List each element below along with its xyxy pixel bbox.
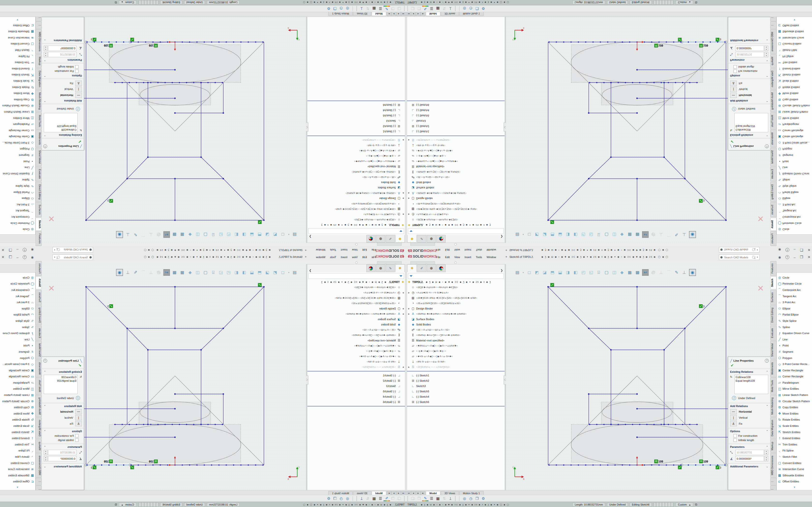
sketch-point[interactable] bbox=[108, 464, 109, 465]
exit-sketch-icon[interactable]: ↩ bbox=[642, 269, 649, 276]
command-tab-mesh-modeling[interactable]: Mesh Modeling bbox=[770, 395, 776, 417]
view-document-icon[interactable]: ▤ bbox=[514, 270, 520, 276]
menu-item-sketch-fillet[interactable]: ◝Sketch Fillet bbox=[777, 47, 812, 53]
sketch-point[interactable] bbox=[570, 41, 571, 43]
sketch-point[interactable] bbox=[86, 464, 88, 465]
confirmation-corner-close-icon[interactable]: ✕ bbox=[757, 214, 764, 224]
minimize-button[interactable]: – bbox=[794, 248, 796, 252]
sketch-point[interactable] bbox=[129, 82, 130, 83]
sketch-point[interactable] bbox=[673, 41, 674, 43]
checkbox[interactable] bbox=[733, 65, 737, 68]
view-cube-wire-5-icon[interactable]: ⬓ bbox=[557, 270, 563, 276]
dropdown-arrow-icon[interactable]: ▾ bbox=[522, 270, 524, 276]
sketch-point[interactable] bbox=[622, 41, 623, 43]
sketch-point[interactable] bbox=[644, 41, 645, 43]
tree-item-sensors[interactable]: ▤○25✚ƷЄ25○ИN◎◦✚ƆCƷЄ∪Ʒ25○◦○25Ʒ∪ƷЄƆC✚◦◎NИ○ bbox=[407, 295, 505, 300]
sketch-point[interactable] bbox=[143, 424, 144, 425]
sketch-point[interactable] bbox=[174, 178, 176, 179]
spin-down-icon[interactable]: ▼ bbox=[765, 452, 768, 455]
menu-item-silhouette-entities[interactable]: ▩Silhouette Entities bbox=[0, 29, 35, 35]
tab-configuration-manager[interactable]: ⊕ bbox=[376, 264, 385, 272]
view-cube-wire-5-icon[interactable]: ⬓ bbox=[249, 231, 255, 237]
menu-item-linear-sketch-pattern[interactable]: ⊞Linear Sketch Pattern bbox=[0, 109, 35, 115]
menu-item-move-entities[interactable]: ✥Move Entities bbox=[0, 90, 35, 97]
menu-view[interactable]: View bbox=[351, 255, 359, 259]
menu-item-rotate-entities[interactable]: ↻Rotate Entities bbox=[0, 417, 35, 423]
arrows-ghost-icon[interactable]: ⇅ bbox=[365, 496, 371, 501]
exit-sketch-icon[interactable]: ↩ bbox=[642, 231, 649, 238]
search-input[interactable] bbox=[60, 248, 89, 251]
menu-item-polygon[interactable]: ⬡Polygon bbox=[0, 355, 35, 361]
tree-item-design-binder[interactable]: ▶▢Design Binder bbox=[407, 306, 505, 311]
sketch-point[interactable] bbox=[725, 219, 727, 221]
menu-item-three-point-arc[interactable]: ⌓3 Point Arc bbox=[0, 299, 35, 305]
menu-item-parallelogram[interactable]: ▱Parallelogram bbox=[0, 380, 35, 386]
tab-configuration-manager[interactable]: ⊕ bbox=[427, 264, 436, 272]
tree-item-link[interactable]: ☍○25·∩⁂⚶ΑШ○◦○ШΑ⚶⁂∩·52○ bbox=[407, 327, 505, 332]
sketch-point[interactable] bbox=[150, 424, 151, 425]
tree-item-surface-bodies[interactable]: ◪Surface Bodies bbox=[307, 317, 405, 322]
tab-model[interactable]: Model bbox=[372, 12, 386, 16]
sketch-point[interactable] bbox=[724, 41, 725, 43]
tab-nav-button[interactable]: ▶ bbox=[392, 12, 396, 16]
sketch-point[interactable] bbox=[193, 424, 194, 425]
panel-expand-chevron-icon[interactable]: ❯ bbox=[501, 235, 503, 238]
sketch-line[interactable] bbox=[86, 287, 127, 328]
pen-tool-icon[interactable]: ✎ bbox=[673, 231, 679, 237]
triad-y-label[interactable]: Y bbox=[512, 38, 514, 41]
tree-item-plane[interactable]: ▱○✚ИN◎⚶+○⁂◉[○◦○]◉⁂○+⚶◎NИ✚○ bbox=[307, 159, 405, 164]
sketch-point[interactable] bbox=[663, 349, 665, 350]
selection-rectangle[interactable] bbox=[139, 402, 211, 425]
command-tab--[interactable]: ⋮ bbox=[36, 478, 42, 486]
measure-ruler-icon[interactable]: ⟘ bbox=[447, 496, 454, 501]
tree-item-plane[interactable]: ▱○✚ИN◎⚶+○⁂◉[○◦○]◉⁂○+⚶◎NИ✚○ bbox=[407, 159, 505, 164]
collapse-caret-icon[interactable]: ⌃ bbox=[766, 370, 768, 374]
command-tab-data-migration[interactable]: Data Migration bbox=[770, 68, 776, 90]
drag-handle[interactable] bbox=[407, 6, 408, 11]
tree-item-material[interactable]: ☰Material <not specified> bbox=[307, 338, 405, 343]
command-tab-mold-tools[interactable]: Mold Tools bbox=[770, 378, 776, 394]
menu-item-partial-ellipse[interactable]: ◠Partial Ellipse bbox=[777, 189, 812, 195]
sketch-point[interactable] bbox=[136, 424, 137, 425]
sketch-point[interactable] bbox=[114, 82, 115, 83]
equal-relation-icon[interactable] bbox=[154, 460, 158, 463]
menu-item-spline[interactable]: ∿Spline bbox=[777, 324, 812, 330]
sketch-point[interactable] bbox=[636, 219, 638, 221]
sketch-line[interactable] bbox=[548, 179, 589, 220]
command-tab-markup[interactable]: Markup bbox=[770, 439, 776, 453]
sketch-point[interactable] bbox=[668, 82, 669, 83]
menu-item-line[interactable]: ╱Line bbox=[777, 336, 812, 343]
view-cube-shaded-2-icon[interactable]: ◰ bbox=[580, 231, 586, 237]
spinner[interactable]: ▲▼ bbox=[764, 52, 768, 57]
sketch-point[interactable] bbox=[548, 41, 550, 43]
status-unit-system[interactable]: Custom▴ bbox=[119, 0, 137, 4]
settings-gear-icon[interactable]: ⚙ bbox=[325, 496, 332, 501]
equal-relation-icon[interactable] bbox=[654, 44, 658, 47]
menu-item-circular-sketch-pattern[interactable]: ⊛Circular Sketch Pattern bbox=[777, 398, 812, 404]
command-tab-evaluate[interactable]: Evaluate bbox=[770, 326, 776, 340]
add-relation-horizontal[interactable]: —Horizontal bbox=[730, 93, 768, 98]
menu-item-offset-entities[interactable]: ⊏Offset Entities bbox=[777, 22, 812, 29]
triad-y-label[interactable]: Y bbox=[512, 466, 514, 469]
section-view-icon[interactable]: ◫ bbox=[195, 231, 201, 237]
tab-appearance-manager[interactable] bbox=[366, 235, 375, 243]
sketch-visibility-icon[interactable]: ◉ bbox=[116, 231, 123, 238]
tree-item-material[interactable]: ☰Material <not specified> bbox=[407, 338, 505, 343]
shaded-view-icon[interactable]: ◆ bbox=[187, 231, 193, 237]
spinner[interactable]: ▲▼ bbox=[44, 456, 48, 461]
sketch-point[interactable] bbox=[174, 437, 176, 438]
sketch-point[interactable] bbox=[85, 286, 87, 288]
sketch-point[interactable] bbox=[658, 41, 660, 43]
sketch-point[interactable] bbox=[116, 41, 117, 43]
sketch-line[interactable] bbox=[223, 287, 264, 328]
sketch-point[interactable] bbox=[578, 464, 579, 465]
spin-up-icon[interactable]: ▲ bbox=[765, 55, 768, 57]
menu-item-convert-entities[interactable]: ▢Convert Entities bbox=[777, 41, 812, 47]
checkbox[interactable] bbox=[733, 439, 737, 442]
menu-item-silhouette-entities[interactable]: ▩Silhouette Entities bbox=[777, 472, 812, 478]
tab-nav-button[interactable]: ▶ bbox=[416, 12, 420, 16]
arc-ghost-icon[interactable]: ⌒ bbox=[140, 270, 146, 276]
sketch-point[interactable] bbox=[675, 82, 676, 83]
sketch-visibility-icon[interactable]: ◉ bbox=[689, 231, 696, 238]
quick-access-icons-2[interactable]: ◯ ◉ ◯ bbox=[658, 256, 668, 258]
